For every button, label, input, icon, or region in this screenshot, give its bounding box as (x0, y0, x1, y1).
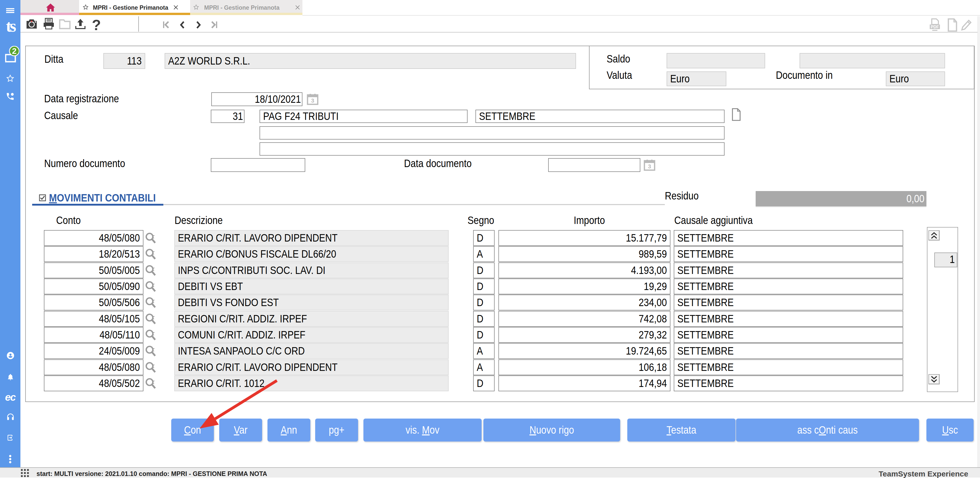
svg-text:2: 2 (12, 46, 17, 56)
svg-text:3: 3 (648, 163, 651, 170)
svg-text:3: 3 (311, 97, 314, 104)
svg-text:PDF: PDF (931, 25, 939, 29)
